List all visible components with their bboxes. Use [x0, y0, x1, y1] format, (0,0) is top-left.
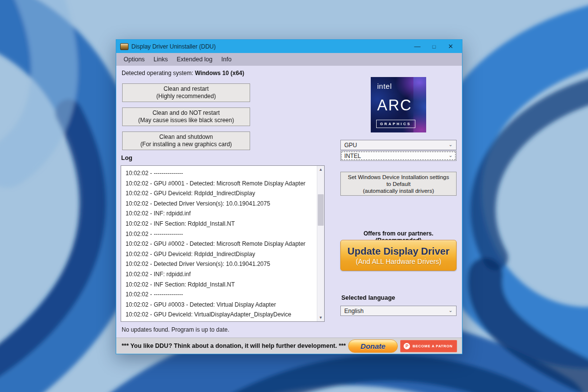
set-default-button[interactable]: Set Windows Device Installation settings…	[340, 172, 457, 196]
clean-action-button[interactable]: Clean and do NOT restart (May cause issu…	[122, 107, 250, 126]
log-line: 10:02:02 - Detected Driver Version(s): 1…	[126, 199, 320, 209]
maximize-button[interactable]: □	[426, 40, 442, 53]
log-line: 10:02:02 - INF Section: RdpIdd_Install.N…	[126, 219, 320, 229]
set-default-line1: Set Windows Device Installation settings	[348, 174, 449, 181]
action-button-title: Clean and restart	[163, 85, 208, 93]
device-type-select[interactable]: GPU ⌄	[340, 140, 457, 150]
action-button-subtitle: (May cause issues like black screen)	[138, 117, 234, 124]
log-line: 10:02:02 - GPU #0002 - Detected: Microso…	[126, 239, 320, 249]
vendor-value: INTEL	[344, 153, 361, 159]
menu-item[interactable]: Extended log	[172, 54, 217, 65]
language-label: Selected language	[341, 294, 395, 301]
app-window: Display Driver Uninstaller (DDU) — □ ✕ O…	[116, 39, 462, 354]
action-button-subtitle: (For installing a new graphics card)	[140, 141, 232, 148]
donate-button[interactable]: Donate	[348, 340, 398, 353]
app-icon	[120, 43, 128, 50]
log-line: 10:02:02 - ---------------	[126, 168, 320, 179]
log-line: 10:02:02 - INF: rdpidd.inf	[126, 269, 320, 280]
minimize-button[interactable]: —	[409, 40, 426, 53]
log-line: 10:02:02 - GPU DeviceId: RdpIdd_Indirect…	[126, 188, 320, 199]
clean-action-button[interactable]: Clean and shutdown (For installing a new…	[122, 131, 250, 150]
log-scrollbar[interactable]: ▲ ▼	[317, 166, 324, 321]
log-box[interactable]: 10:02:02 - --------------- 10:02:02 - GP…	[121, 165, 325, 322]
menu-item[interactable]: Links	[149, 54, 172, 65]
chevron-down-icon: ⌄	[449, 153, 453, 158]
set-default-line2: to Default	[386, 181, 410, 187]
log-line: 10:02:02 - GPU #0001 - Detected: Microso…	[126, 179, 320, 189]
device-type-value: GPU	[344, 142, 357, 149]
action-button-title: Clean and do NOT restart	[153, 109, 220, 117]
window-content: Detected operating system: Windows 10 (x…	[116, 66, 462, 338]
log-line: 10:02:02 - INF: rdpidd.inf	[126, 209, 320, 219]
log-line: 10:02:02 - GPU DeviceId: VirtualDisplayA…	[126, 310, 320, 320]
log-line: 10:02:02 - Detected Driver Version(s): 1…	[126, 259, 320, 269]
set-default-line3: (automatically install drivers)	[363, 187, 434, 194]
log-line: 10:02:02 - ---------------	[126, 289, 320, 300]
patreon-label: BECOME A PATRON	[412, 344, 453, 348]
action-button-title: Clean and shutdown	[159, 133, 213, 141]
log-lines: 10:02:02 - --------------- 10:02:02 - GP…	[121, 166, 324, 320]
donation-bar: *** You like DDU? Think about a donation…	[116, 338, 462, 354]
menubar: Options Links Extended log Info	[116, 53, 462, 66]
menu-item[interactable]: Info	[217, 54, 236, 65]
log-line: 10:02:02 - GPU DeviceId: RdpIdd_Indirect…	[126, 249, 320, 260]
language-value: English	[344, 308, 363, 314]
vendor-select[interactable]: INTEL ⌄	[340, 151, 457, 161]
clean-action-button[interactable]: Clean and restart (Highly recommended)	[122, 83, 250, 102]
update-driver-title: Update Display Driver	[348, 246, 450, 257]
chevron-down-icon: ⌄	[449, 308, 453, 313]
titlebar[interactable]: Display Driver Uninstaller (DDU) — □ ✕	[116, 40, 462, 53]
scroll-thumb[interactable]	[318, 194, 324, 226]
menu-item[interactable]: Options	[119, 54, 149, 65]
language-select[interactable]: English ⌄	[340, 306, 457, 316]
action-button-subtitle: (Highly recommended)	[156, 93, 216, 100]
detected-os-line: Detected operating system: Windows 10 (x…	[122, 70, 244, 77]
log-line: 10:02:02 - GPU #0003 - Detected: Virtual…	[126, 300, 320, 310]
status-text: No updates found. Program is up to date.	[122, 326, 229, 333]
update-driver-subtitle: (And ALL Hardware Drivers)	[356, 258, 441, 265]
close-button[interactable]: ✕	[442, 40, 459, 53]
donation-message: *** You like DDU? Think about a donation…	[122, 342, 346, 349]
log-line: 10:02:02 - ---------------	[126, 229, 320, 239]
scroll-down-icon[interactable]: ▼	[317, 314, 324, 321]
intel-logo-text: intel	[377, 82, 426, 90]
scroll-up-icon[interactable]: ▲	[317, 166, 324, 173]
arc-logo-text: ARC	[377, 97, 426, 114]
graphics-logo-text: GRAPHICS	[376, 120, 415, 128]
log-line: 10:02:02 - INF Section: RdpIdd_Install.N…	[126, 280, 320, 290]
chevron-down-icon: ⌄	[449, 142, 453, 147]
intel-arc-logo: intel ARC GRAPHICS	[371, 77, 426, 132]
os-label: Detected operating system:	[122, 70, 195, 77]
patreon-icon: P	[404, 343, 410, 349]
patreon-button[interactable]: P BECOME A PATRON	[400, 340, 457, 352]
update-driver-button[interactable]: Update Display Driver (And ALL Hardware …	[340, 240, 457, 271]
os-value: Windows 10 (x64)	[195, 70, 244, 77]
window-title: Display Driver Uninstaller (DDU)	[131, 43, 409, 50]
log-label: Log	[121, 155, 132, 161]
